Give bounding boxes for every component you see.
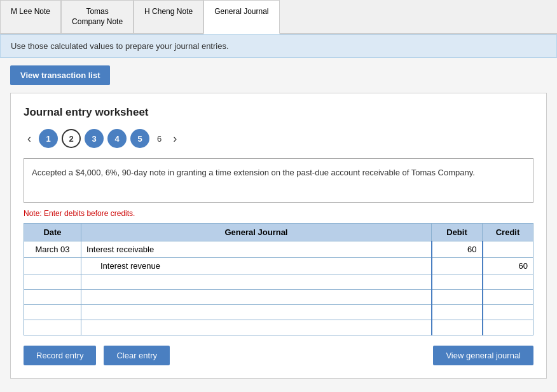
row2-debit[interactable] — [432, 258, 483, 274]
worksheet-title: Journal entry worksheet — [24, 106, 533, 119]
record-entry-btn[interactable]: Record entry — [24, 346, 96, 365]
col-header-credit: Credit — [483, 224, 533, 241]
description-text: Accepted a $4,000, 6%, 90-day note in gr… — [32, 168, 475, 177]
tab-tomas-company-note[interactable]: Tomas Company Note — [61, 0, 134, 33]
worksheet-container: Journal entry worksheet ‹ 1 2 3 4 5 6 › … — [10, 93, 547, 379]
tab-m-lee-note[interactable]: M Lee Note — [0, 0, 61, 33]
pagination: ‹ 1 2 3 4 5 6 › — [24, 129, 533, 148]
note-text: Note: Enter debits before credits. — [24, 209, 533, 218]
page-btn-4[interactable]: 4 — [107, 129, 127, 148]
row1-debit[interactable]: 60 — [432, 241, 483, 258]
action-buttons: Record entry Clear entry View general jo… — [24, 346, 533, 365]
row1-date: March 03 — [24, 241, 81, 258]
table-row — [24, 305, 533, 320]
row1-desc-text: Interest receivable — [86, 245, 154, 254]
tab-general-journal[interactable]: General Journal — [203, 0, 279, 34]
page-btn-2[interactable]: 2 — [62, 129, 81, 148]
info-banner-text: Use those calculated values to prepare y… — [11, 41, 229, 51]
page-num-6[interactable]: 6 — [153, 133, 165, 145]
col-header-date: Date — [24, 224, 81, 241]
prev-page-btn[interactable]: ‹ — [24, 131, 35, 147]
page-btn-5[interactable]: 5 — [130, 129, 149, 148]
row1-desc[interactable]: Interest receivable — [81, 241, 432, 258]
row2-credit[interactable]: 60 — [483, 258, 533, 274]
table-row: March 03 Interest receivable 60 — [24, 241, 533, 258]
tab-h-cheng-note[interactable]: H Cheng Note — [134, 0, 203, 33]
table-row: Interest revenue 60 — [24, 258, 533, 274]
description-box: Accepted a $4,000, 6%, 90-day note in gr… — [24, 158, 533, 203]
row2-desc-text: Interest revenue — [100, 261, 160, 271]
next-page-btn[interactable]: › — [169, 131, 181, 147]
view-general-journal-btn[interactable]: View general journal — [433, 346, 533, 365]
table-row — [24, 274, 533, 290]
table-row — [24, 290, 533, 305]
col-header-debit: Debit — [432, 224, 483, 241]
bottom-nav: < H Cheng Note General Journal > — [0, 389, 557, 392]
table-row — [24, 320, 533, 335]
page-btn-3[interactable]: 3 — [85, 129, 104, 148]
row1-credit[interactable] — [483, 241, 533, 258]
info-banner: Use those calculated values to prepare y… — [0, 34, 557, 58]
col-header-journal: General Journal — [81, 224, 432, 241]
btn-section: View transaction list — [0, 58, 557, 93]
journal-table: Date General Journal Debit Credit March … — [24, 223, 533, 335]
view-transaction-btn[interactable]: View transaction list — [10, 65, 110, 85]
row2-date — [24, 258, 81, 274]
page-btn-1[interactable]: 1 — [39, 129, 58, 148]
tabs-bar: M Lee Note Tomas Company Note H Cheng No… — [0, 0, 557, 34]
clear-entry-btn[interactable]: Clear entry — [104, 346, 170, 365]
row2-desc[interactable]: Interest revenue — [81, 258, 432, 274]
